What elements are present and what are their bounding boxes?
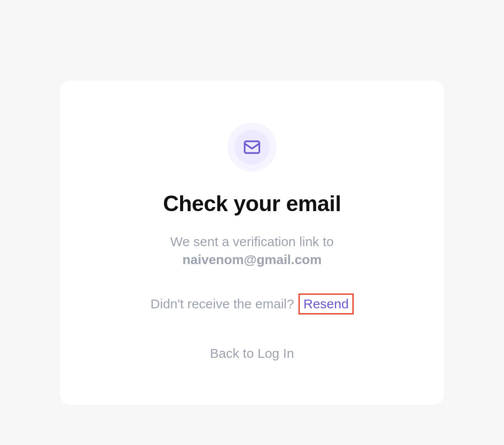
back-to-login-link[interactable]: Back to Log In bbox=[210, 346, 294, 361]
svg-rect-0 bbox=[245, 141, 259, 153]
mail-icon-inner bbox=[234, 130, 270, 165]
email-verification-card: Check your email We sent a verification … bbox=[60, 81, 444, 405]
verification-subtext: We sent a verification link to naivenom@… bbox=[170, 216, 334, 267]
mail-icon bbox=[243, 138, 261, 156]
subtext-prefix: We sent a verification link to bbox=[170, 231, 334, 252]
mail-icon-container bbox=[227, 123, 277, 172]
page-title: Check your email bbox=[163, 191, 341, 216]
resend-link[interactable]: Resend bbox=[298, 293, 353, 314]
resend-prompt: Didn't receive the email? bbox=[150, 297, 298, 311]
resend-row: Didn't receive the email? Resend bbox=[150, 293, 353, 314]
verification-email: naivenom@gmail.com bbox=[170, 252, 334, 267]
